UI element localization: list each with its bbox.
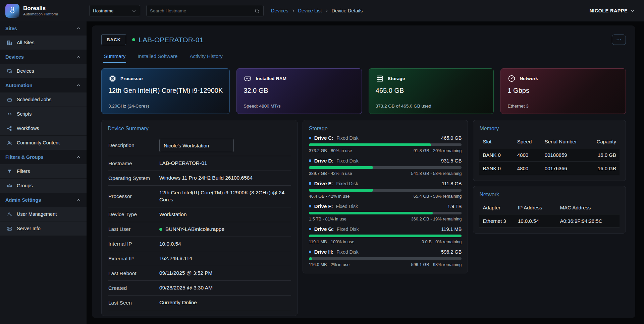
sidebar-section-admin-settings[interactable]: Admin Settings <box>0 193 87 207</box>
storage-icon <box>376 74 384 83</box>
drive-row-f: Drive F: Fixed Disk 1.9 TB 1.5 TB - 81% … <box>309 203 462 221</box>
chevron-up-icon <box>76 26 81 31</box>
drive-usage-bar <box>309 257 462 260</box>
brand: Borealis Automation Platform <box>0 4 87 18</box>
drive-row-e: Drive E: Fixed Disk 111.8 GB 46.4 GB - 4… <box>309 181 462 199</box>
breadcrumb-device-list[interactable]: Device List <box>298 8 322 13</box>
device-title: LAB-OPERATOR-01 <box>139 36 203 44</box>
drive-bullet-icon <box>309 205 311 207</box>
sidebar-item-server-info[interactable]: Server Info <box>0 221 87 236</box>
ram-icon <box>244 74 252 83</box>
stat-card-storage: Storage 465.0 GB 373.2 GB of 465.0 GB us… <box>369 68 494 114</box>
user-menu[interactable]: NICOLE RAPPE <box>589 8 635 13</box>
summary-row-description: Description <box>108 135 291 156</box>
building-icon <box>7 40 12 46</box>
search-icon <box>254 8 260 14</box>
drive-row-c: Drive C: Fixed Disk 465.0 GB 373.2 GB - … <box>309 135 462 153</box>
memory-card: Memory Slot Speed Serial Number Capacity… <box>473 120 626 181</box>
hostname-filter-value: Hostname <box>93 8 114 13</box>
borealis-logo-icon <box>5 4 19 18</box>
tab-summary[interactable]: Summary <box>103 51 126 63</box>
community-icon <box>7 140 12 146</box>
stat-cards: Processor 12th Gen Intel(R) Core(TM) i9-… <box>101 68 626 114</box>
device-title-wrap: LAB-OPERATOR-01 <box>132 36 203 44</box>
stat-sub: Ethernet 3 <box>507 104 619 109</box>
drive-usage-bar <box>309 189 462 192</box>
tab-activity-history[interactable]: Activity History <box>189 51 223 63</box>
device-header: BACK LAB-OPERATOR-01 <box>101 34 626 45</box>
sidebar-item-groups[interactable]: Groups <box>0 179 87 193</box>
sidebar-item-community-content[interactable]: Community Content <box>0 136 87 150</box>
back-button[interactable]: BACK <box>101 34 126 45</box>
code-icon <box>7 111 12 117</box>
memory-title: Memory <box>479 126 620 132</box>
online-status-dot <box>159 228 162 231</box>
network-title: Network <box>479 192 620 198</box>
sidebar-item-workflows[interactable]: Workflows <box>0 121 87 136</box>
user-name: NICOLE RAPPE <box>589 8 628 13</box>
network-table-header: Adapter IP Address MAC Address <box>479 201 620 214</box>
summary-row-os: Operating System Windows 11 Pro 24H2 Bui… <box>108 171 291 186</box>
tab-installed-software[interactable]: Installed Software <box>137 51 178 63</box>
groups-icon <box>7 183 12 189</box>
breadcrumb-devices[interactable]: Devices <box>271 8 288 13</box>
drive-bullet-icon <box>309 137 311 139</box>
summary-row-last-reboot: Last Reboot 09/11/2025 @ 3:52 PM <box>108 266 291 281</box>
sidebar-item-user-management[interactable]: User Management <box>0 207 87 221</box>
filter-icon <box>7 169 12 174</box>
sidebar: Sites All Sites Devices Devices Automati… <box>0 21 87 324</box>
sidebar-item-all-sites[interactable]: All Sites <box>0 36 87 50</box>
device-details-panel: BACK LAB-OPERATOR-01 Summary Installed S… <box>92 25 635 318</box>
device-summary-title: Device Summary <box>108 126 291 132</box>
chevron-right-icon <box>325 9 329 13</box>
breadcrumb: Devices Device List Device Details <box>271 8 363 13</box>
sidebar-item-scripts[interactable]: Scripts <box>0 107 87 121</box>
devices-icon <box>7 68 12 74</box>
drive-bullet-icon <box>309 251 311 253</box>
chevron-up-icon <box>76 83 81 88</box>
sidebar-item-scheduled-jobs[interactable]: Scheduled Jobs <box>0 92 87 107</box>
brand-text: Borealis Automation Platform <box>23 5 58 16</box>
chevron-down-icon <box>131 8 137 13</box>
briefcase-icon <box>7 97 12 103</box>
stat-sub: 373.2 GB of 465.0 GB used <box>376 104 487 109</box>
chevron-right-icon <box>291 9 296 13</box>
stat-sub: Speed: 4800 MT/s <box>244 104 355 109</box>
search-input[interactable] <box>150 8 254 13</box>
network-card: Network Adapter IP Address MAC Address E… <box>473 186 626 234</box>
main-content: BACK LAB-OPERATOR-01 Summary Installed S… <box>87 21 644 324</box>
chevron-up-icon <box>76 197 81 203</box>
drive-usage-bar <box>309 143 462 146</box>
brand-name: Borealis <box>23 5 58 12</box>
sidebar-section-sites[interactable]: Sites <box>0 21 87 36</box>
topbar: Borealis Automation Platform Hostname De… <box>0 0 644 21</box>
stat-card-ram: Installed RAM 32.0 GB Speed: 4800 MT/s <box>236 68 362 114</box>
sidebar-item-filters[interactable]: Filters <box>0 164 87 179</box>
description-input[interactable] <box>159 139 234 152</box>
chevron-down-icon <box>630 8 635 13</box>
more-menu-button[interactable] <box>612 35 626 45</box>
drive-row-h: Drive H: Fixed Disk 596.2 GB 116.0 MB - … <box>309 249 462 267</box>
workflow-icon <box>7 126 12 131</box>
ellipsis-icon <box>616 37 622 43</box>
drive-bullet-icon <box>309 159 311 162</box>
search-box <box>146 5 264 16</box>
sidebar-section-devices[interactable]: Devices <box>0 50 87 64</box>
summary-row-processor: Processor 12th Gen Intel(R) Core(TM) i9-… <box>108 186 291 207</box>
stat-card-network: Network 1 Gbps Ethernet 3 <box>500 68 626 114</box>
device-tabs: Summary Installed Software Activity Hist… <box>101 51 626 63</box>
drive-bullet-icon <box>309 182 311 185</box>
hostname-filter-select[interactable]: Hostname <box>89 5 140 16</box>
summary-row-last-seen: Last Seen Currently Online <box>108 296 291 310</box>
sidebar-item-devices[interactable]: Devices <box>0 64 87 78</box>
server-icon <box>7 226 12 232</box>
summary-row-internal-ip: Internal IP 10.0.0.54 <box>108 237 291 252</box>
memory-table-row: BANK 0 4800 00176366 16.0 GB <box>479 162 620 175</box>
drive-usage-bar <box>309 212 462 214</box>
drive-bullet-icon <box>309 228 311 230</box>
sidebar-section-automation[interactable]: Automation <box>0 78 87 92</box>
sidebar-section-filters-groups[interactable]: Filters & Groups <box>0 150 87 164</box>
memory-table-header: Slot Speed Serial Number Capacity <box>479 135 620 148</box>
gauge-icon <box>507 74 516 83</box>
storage-card: Storage Drive C: Fixed Disk 465.0 GB 373… <box>303 120 468 273</box>
